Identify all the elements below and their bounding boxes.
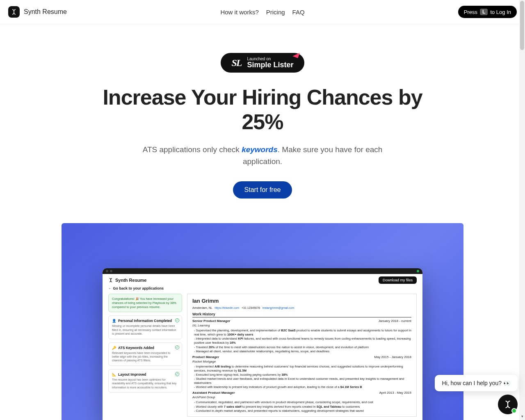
top-nav: Synth Resume How it works? Pricing FAQ P…	[0, 0, 525, 24]
check-icon: ✓	[175, 318, 179, 322]
hero: SL Launched on Simple Lister ◢ Increase …	[78, 53, 447, 199]
chat-greeting[interactable]: Hi, how can I help you? 👀	[435, 375, 518, 391]
launch-bottom-text: Simple Lister	[247, 61, 293, 68]
hero-headline: Increase Your Hiring Chances by 25%	[86, 85, 439, 134]
brand[interactable]: Synth Resume	[8, 6, 67, 18]
brand-logo-icon	[8, 6, 20, 18]
login-button[interactable]: Press L to Log In	[458, 6, 517, 18]
jobs-list: Senior Product ManagerJanuary 2018 - cur…	[192, 319, 411, 413]
resume-preview: Ian Grimm Amsterdam, NL https://linkedin…	[187, 294, 417, 417]
chat-launcher-button[interactable]	[498, 395, 518, 414]
subhead-keyword: keywords	[242, 145, 278, 154]
go-back-link[interactable]: Go back to your applications	[103, 285, 422, 294]
nav-link-faq[interactable]: FAQ	[292, 9, 305, 16]
brand-name: Synth Resume	[24, 8, 67, 16]
insight-card-layout: ✓ 📐Layout Improved The resume layout has…	[108, 369, 182, 393]
nav-link-how-it-works[interactable]: How it works?	[220, 9, 258, 16]
insight-card-personal-info: ✓ 👤Personal Information Completed Missin…	[108, 315, 182, 339]
card-title: Personal Information Completed	[118, 319, 172, 323]
card-body: The resume layout has been optimized for…	[112, 378, 178, 389]
scroll-down-arrow[interactable]: ▾	[519, 414, 525, 420]
resume-contact: Amsterdam, NL https://linkedin.com +31 1…	[192, 306, 411, 310]
resume-email[interactable]: meiangrimm@gmail.com	[262, 306, 294, 309]
product-preview: Synth Resume Download my files Go back t…	[62, 223, 463, 420]
login-rest-label: to Log In	[490, 9, 511, 15]
subhead-before: ATS applications only check	[143, 145, 242, 154]
start-for-free-button[interactable]: Start for free	[233, 181, 292, 199]
app-brand: Synth Resume	[108, 278, 146, 283]
resume-name: Ian Grimm	[192, 297, 411, 305]
launch-badge[interactable]: SL Launched on Simple Lister ◢	[221, 53, 304, 73]
resume-phone: +31 12345678	[242, 306, 260, 309]
card-body: Relevant keywords have been incorporated…	[112, 351, 178, 363]
person-icon: 👤	[112, 319, 116, 323]
app-brand-name: Synth Resume	[115, 278, 146, 283]
card-body: Missing or incomplete personal details h…	[112, 324, 178, 336]
insight-card-ats-keywords: ✓ 🔑ATS Keywords Added Relevant keywords …	[108, 342, 182, 366]
layout-icon: 📐	[112, 372, 116, 377]
resume-linkedin[interactable]: https://linkedin.com	[215, 306, 239, 309]
download-files-button[interactable]: Download my files	[379, 276, 417, 284]
app-body: Congratulations! 🎉 You have increased yo…	[103, 294, 422, 420]
check-icon: ✓	[175, 345, 179, 349]
key-icon: 🔑	[112, 346, 116, 350]
scrollbar-thumb[interactable]	[520, 1, 524, 50]
rocket-icon: ◢	[292, 49, 301, 59]
login-key-hint: L	[480, 9, 488, 15]
launch-top-text: Launched on	[247, 57, 293, 61]
simplelister-mark-icon: SL	[231, 57, 241, 68]
card-title: Layout Improved	[118, 372, 146, 377]
window-titlebar	[103, 268, 422, 274]
congrats-card: Congratulations! 🎉 You have increased yo…	[108, 294, 182, 312]
hero-subhead: ATS applications only check keywords. Ma…	[131, 144, 394, 167]
section-work-history: Work History	[192, 312, 411, 317]
app-header: Synth Resume Download my files	[103, 274, 422, 285]
insights-panel: Congratulations! 🎉 You have increased yo…	[108, 294, 182, 417]
chat-icon	[503, 400, 512, 409]
card-title: ATS Keywords Added	[118, 346, 154, 350]
nav-link-pricing[interactable]: Pricing	[266, 9, 285, 16]
nav-links: How it works? Pricing FAQ	[220, 9, 304, 16]
check-icon: ✓	[175, 372, 179, 376]
page-scrollbar[interactable]: ▾	[519, 0, 525, 420]
resume-location: Amsterdam, NL	[192, 306, 212, 309]
app-window: Synth Resume Download my files Go back t…	[103, 268, 422, 420]
login-press-label: Press	[464, 9, 477, 15]
